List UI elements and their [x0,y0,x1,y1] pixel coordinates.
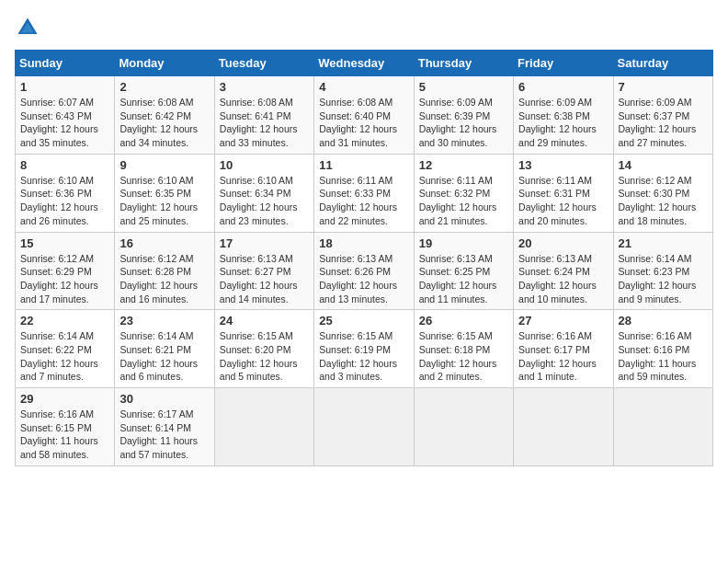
calendar-cell: 7 Sunrise: 6:09 AMSunset: 6:37 PMDayligh… [613,76,712,155]
day-number: 30 [119,392,209,406]
logo-icon [15,15,40,40]
calendar-cell: 5 Sunrise: 6:09 AMSunset: 6:39 PMDayligh… [414,76,513,155]
calendar-cell: 12 Sunrise: 6:11 AMSunset: 6:32 PMDaylig… [414,154,513,232]
calendar-header-monday: Monday [115,51,214,76]
cell-info: Sunrise: 6:16 AMSunset: 6:15 PMDaylight:… [20,408,98,460]
day-number: 24 [220,314,309,327]
cell-info: Sunrise: 6:08 AMSunset: 6:41 PMDaylight:… [220,97,298,148]
cell-info: Sunrise: 6:11 AMSunset: 6:31 PMDaylight:… [518,175,597,226]
calendar-cell: 2 Sunrise: 6:08 AMSunset: 6:42 PMDayligh… [115,76,214,155]
calendar-cell: 15 Sunrise: 6:12 AMSunset: 6:29 PMDaylig… [16,232,115,310]
cell-info: Sunrise: 6:15 AMSunset: 6:20 PMDaylight:… [220,330,298,382]
calendar-cell: 28 Sunrise: 6:16 AMSunset: 6:16 PMDaylig… [613,310,712,388]
calendar-cell [613,388,712,466]
cell-info: Sunrise: 6:13 AMSunset: 6:27 PMDaylight:… [220,253,298,304]
day-number: 14 [619,158,708,172]
day-number: 28 [619,314,708,327]
calendar-header-thursday: Thursday [414,51,513,76]
cell-info: Sunrise: 6:16 AMSunset: 6:17 PMDaylight:… [518,330,597,382]
day-number: 25 [319,314,408,327]
calendar-cell: 4 Sunrise: 6:08 AMSunset: 6:40 PMDayligh… [314,76,414,155]
day-number: 6 [518,80,608,94]
day-number: 20 [518,236,608,250]
cell-info: Sunrise: 6:14 AMSunset: 6:23 PMDaylight:… [619,253,697,304]
day-number: 9 [119,158,209,172]
day-number: 17 [220,236,309,250]
calendar-cell: 3 Sunrise: 6:08 AMSunset: 6:41 PMDayligh… [214,76,313,155]
day-number: 26 [419,314,508,327]
cell-info: Sunrise: 6:10 AMSunset: 6:34 PMDaylight:… [220,175,298,226]
calendar-cell: 18 Sunrise: 6:13 AMSunset: 6:26 PMDaylig… [314,232,414,310]
day-number: 10 [220,158,309,172]
calendar-cell: 16 Sunrise: 6:12 AMSunset: 6:28 PMDaylig… [115,232,214,310]
cell-info: Sunrise: 6:09 AMSunset: 6:37 PMDaylight:… [619,97,697,148]
cell-info: Sunrise: 6:14 AMSunset: 6:22 PMDaylight:… [20,330,98,382]
cell-info: Sunrise: 6:17 AMSunset: 6:14 PMDaylight:… [119,408,198,460]
day-number: 27 [518,314,608,327]
calendar-cell: 10 Sunrise: 6:10 AMSunset: 6:34 PMDaylig… [214,154,313,232]
logo [15,15,44,40]
day-number: 15 [20,236,109,250]
calendar-cell: 6 Sunrise: 6:09 AMSunset: 6:38 PMDayligh… [514,76,613,155]
cell-info: Sunrise: 6:09 AMSunset: 6:38 PMDaylight:… [518,97,597,148]
calendar-header-saturday: Saturday [613,51,712,76]
day-number: 22 [20,314,109,327]
cell-info: Sunrise: 6:13 AMSunset: 6:25 PMDaylight:… [419,253,497,304]
day-number: 21 [619,236,708,250]
calendar-table: SundayMondayTuesdayWednesdayThursdayFrid… [15,50,713,466]
calendar-cell: 21 Sunrise: 6:14 AMSunset: 6:23 PMDaylig… [613,232,712,310]
day-number: 23 [119,314,209,327]
cell-info: Sunrise: 6:16 AMSunset: 6:16 PMDaylight:… [619,330,697,382]
cell-info: Sunrise: 6:12 AMSunset: 6:29 PMDaylight:… [20,253,98,304]
calendar-header-friday: Friday [514,51,613,76]
calendar-cell: 29 Sunrise: 6:16 AMSunset: 6:15 PMDaylig… [16,388,115,466]
cell-info: Sunrise: 6:11 AMSunset: 6:32 PMDaylight:… [419,175,497,226]
cell-info: Sunrise: 6:15 AMSunset: 6:18 PMDaylight:… [419,330,497,382]
page-header [15,15,713,40]
calendar-cell [314,388,414,466]
cell-info: Sunrise: 6:10 AMSunset: 6:36 PMDaylight:… [20,175,98,226]
cell-info: Sunrise: 6:09 AMSunset: 6:39 PMDaylight:… [419,97,497,148]
cell-info: Sunrise: 6:11 AMSunset: 6:33 PMDaylight:… [319,175,397,226]
cell-info: Sunrise: 6:14 AMSunset: 6:21 PMDaylight:… [119,330,198,382]
cell-info: Sunrise: 6:12 AMSunset: 6:28 PMDaylight:… [119,253,198,304]
calendar-header-sunday: Sunday [16,51,115,76]
calendar-cell: 30 Sunrise: 6:17 AMSunset: 6:14 PMDaylig… [115,388,214,466]
day-number: 13 [518,158,608,172]
calendar-cell: 13 Sunrise: 6:11 AMSunset: 6:31 PMDaylig… [514,154,613,232]
day-number: 4 [319,80,408,94]
calendar-cell: 25 Sunrise: 6:15 AMSunset: 6:19 PMDaylig… [314,310,414,388]
calendar-cell: 20 Sunrise: 6:13 AMSunset: 6:24 PMDaylig… [514,232,613,310]
day-number: 12 [419,158,508,172]
day-number: 18 [319,236,408,250]
cell-info: Sunrise: 6:15 AMSunset: 6:19 PMDaylight:… [319,330,397,382]
day-number: 8 [20,158,109,172]
cell-info: Sunrise: 6:07 AMSunset: 6:43 PMDaylight:… [20,97,98,148]
calendar-cell: 23 Sunrise: 6:14 AMSunset: 6:21 PMDaylig… [115,310,214,388]
calendar-cell: 19 Sunrise: 6:13 AMSunset: 6:25 PMDaylig… [414,232,513,310]
calendar-cell: 11 Sunrise: 6:11 AMSunset: 6:33 PMDaylig… [314,154,414,232]
calendar-cell: 27 Sunrise: 6:16 AMSunset: 6:17 PMDaylig… [514,310,613,388]
calendar-cell: 24 Sunrise: 6:15 AMSunset: 6:20 PMDaylig… [214,310,313,388]
cell-info: Sunrise: 6:12 AMSunset: 6:30 PMDaylight:… [619,175,697,226]
day-number: 7 [619,80,708,94]
calendar-cell: 22 Sunrise: 6:14 AMSunset: 6:22 PMDaylig… [16,310,115,388]
calendar-cell: 8 Sunrise: 6:10 AMSunset: 6:36 PMDayligh… [16,154,115,232]
calendar-header-tuesday: Tuesday [214,51,313,76]
calendar-cell: 1 Sunrise: 6:07 AMSunset: 6:43 PMDayligh… [16,76,115,155]
calendar-cell [214,388,313,466]
day-number: 19 [419,236,508,250]
cell-info: Sunrise: 6:08 AMSunset: 6:40 PMDaylight:… [319,97,397,148]
day-number: 11 [319,158,408,172]
cell-info: Sunrise: 6:10 AMSunset: 6:35 PMDaylight:… [119,175,198,226]
calendar-cell [514,388,613,466]
day-number: 29 [20,392,109,406]
calendar-cell: 26 Sunrise: 6:15 AMSunset: 6:18 PMDaylig… [414,310,513,388]
day-number: 2 [119,80,209,94]
day-number: 3 [220,80,309,94]
cell-info: Sunrise: 6:08 AMSunset: 6:42 PMDaylight:… [119,97,198,148]
calendar-cell [414,388,513,466]
calendar-header-wednesday: Wednesday [314,51,414,76]
day-number: 16 [119,236,209,250]
calendar-cell: 17 Sunrise: 6:13 AMSunset: 6:27 PMDaylig… [214,232,313,310]
